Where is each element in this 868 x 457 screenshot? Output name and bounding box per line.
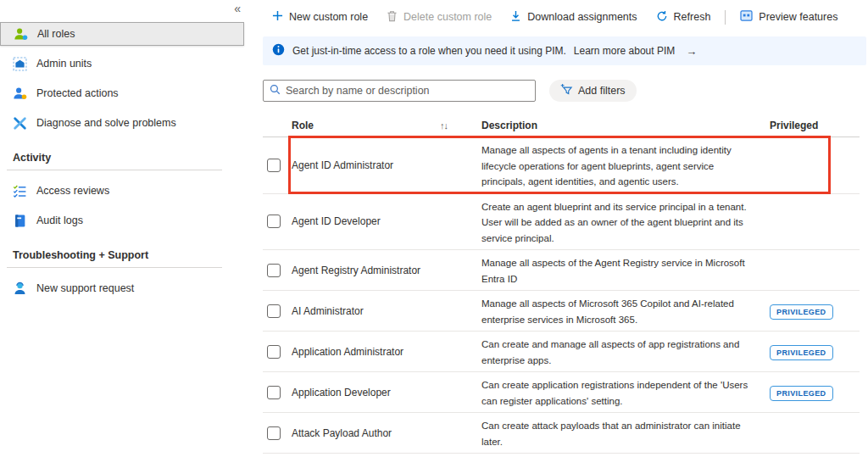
sidebar-item-label: Protected actions xyxy=(36,87,119,99)
column-header-role[interactable]: Role ↑↓ xyxy=(292,120,453,131)
download-icon xyxy=(510,10,521,25)
new-custom-role-label: New custom role xyxy=(289,11,368,23)
column-header-description: Description xyxy=(481,120,753,131)
column-header-privileged: Privileged xyxy=(770,120,860,131)
divider xyxy=(7,170,222,170)
row-checkbox[interactable] xyxy=(267,386,281,399)
row-checkbox[interactable] xyxy=(267,264,281,277)
role-name[interactable]: Attack Payload Author xyxy=(292,427,392,439)
delete-custom-role-button[interactable]: Delete custom role xyxy=(377,10,501,25)
refresh-icon xyxy=(656,10,668,25)
sidebar-item-diagnose[interactable]: Diagnose and solve problems xyxy=(0,111,248,135)
diagnose-icon xyxy=(13,116,27,131)
row-checkbox[interactable] xyxy=(267,215,281,228)
sidebar-item-label: Access reviews xyxy=(36,185,109,197)
privileged-badge: PRIVILEGED xyxy=(770,386,833,401)
roles-icon xyxy=(14,27,28,42)
role-description: Create an agent blueprint and its servic… xyxy=(481,202,747,243)
delete-custom-role-label: Delete custom role xyxy=(403,11,492,23)
preview-features-button[interactable]: Preview features xyxy=(731,10,847,24)
admin-units-icon xyxy=(13,57,27,71)
role-description: Can create and manage all aspects of app… xyxy=(481,339,739,365)
row-checkbox[interactable] xyxy=(267,304,281,318)
role-name[interactable]: Agent Registry Administrator xyxy=(292,265,420,276)
role-name[interactable]: Agent ID Developer xyxy=(292,215,381,227)
sidebar: « All roles Admin units Protected action… xyxy=(0,0,248,457)
sidebar-item-label: Audit logs xyxy=(36,215,83,226)
sidebar-collapse-icon[interactable]: « xyxy=(234,2,241,15)
role-column-label: Role xyxy=(292,120,314,131)
table-row: AI Administrator Manage all aspects of M… xyxy=(263,291,860,332)
privileged-badge: PRIVILEGED xyxy=(770,345,833,360)
pim-info-banner: Get just-in-time access to a role when y… xyxy=(263,36,866,65)
privileged-badge: PRIVILEGED xyxy=(770,304,833,320)
toolbar-separator xyxy=(725,10,726,25)
sidebar-nav: All roles Admin units Protected actions … xyxy=(0,22,248,300)
role-description: Manage all aspects of Microsoft 365 Copi… xyxy=(481,298,734,325)
sidebar-section-activity: Activity xyxy=(0,152,248,164)
table-row: Attack Payload Author Can create attack … xyxy=(263,413,860,454)
divider xyxy=(7,267,222,268)
sort-icon[interactable]: ↑↓ xyxy=(440,120,448,131)
roles-and-administrators-page: « All roles Admin units Protected action… xyxy=(0,0,868,457)
sidebar-item-label: All roles xyxy=(37,28,75,40)
role-description: Can create attack payloads that an admin… xyxy=(481,421,741,447)
table-row: Agent ID Developer Create an agent bluep… xyxy=(263,194,860,251)
sidebar-item-all-roles[interactable]: All roles xyxy=(0,22,244,46)
role-name[interactable]: Application Administrator xyxy=(292,346,403,358)
refresh-button[interactable]: Refresh xyxy=(647,10,721,25)
info-icon xyxy=(272,43,285,59)
trash-icon xyxy=(387,10,398,25)
table-row: Application Administrator Can create and… xyxy=(263,332,860,372)
sidebar-item-new-support-request[interactable]: New support request xyxy=(0,276,248,300)
role-name[interactable]: Application Developer xyxy=(292,387,391,398)
roles-table: Role ↑↓ Description Privileged Agent ID … xyxy=(263,114,860,454)
main-content: New custom role Delete custom role Downl… xyxy=(263,0,868,454)
sidebar-item-protected-actions[interactable]: Protected actions xyxy=(0,81,248,105)
search-input[interactable] xyxy=(286,85,529,97)
table-row: Agent ID Administrator Manage all aspect… xyxy=(263,137,860,194)
add-filters-button[interactable]: Add filters xyxy=(549,80,637,102)
table-body: Agent ID Administrator Manage all aspect… xyxy=(263,137,860,454)
sidebar-item-admin-units[interactable]: Admin units xyxy=(0,52,248,75)
role-description: Manage all aspects of agents in a tenant… xyxy=(481,145,732,187)
add-filter-icon xyxy=(560,83,573,98)
arrow-right-icon[interactable]: → xyxy=(686,45,697,58)
sidebar-item-label: Admin units xyxy=(36,58,92,70)
sidebar-item-label: Diagnose and solve problems xyxy=(36,117,176,129)
row-checkbox[interactable] xyxy=(267,159,281,172)
table-row: Application Developer Can create applica… xyxy=(263,372,860,413)
protected-actions-icon xyxy=(13,86,27,101)
sidebar-item-label: New support request xyxy=(36,282,134,294)
sidebar-item-access-reviews[interactable]: Access reviews xyxy=(0,179,248,203)
table-header: Role ↑↓ Description Privileged xyxy=(263,114,860,137)
banner-message: Get just-in-time access to a role when y… xyxy=(292,45,566,57)
banner-link[interactable]: Learn more about PIM xyxy=(574,45,675,57)
search-icon xyxy=(270,83,281,98)
plus-icon xyxy=(272,10,283,24)
sidebar-section-troubleshooting: Troubleshooting + Support xyxy=(0,249,248,261)
role-description: Manage all aspects of the Agent Registry… xyxy=(481,258,745,284)
table-row: Agent Registry Administrator Manage all … xyxy=(263,250,860,291)
row-checkbox[interactable] xyxy=(267,426,281,440)
sidebar-item-audit-logs[interactable]: Audit logs xyxy=(0,209,248,232)
role-name[interactable]: AI Administrator xyxy=(292,305,364,317)
support-request-icon xyxy=(13,281,27,296)
role-name[interactable]: Agent ID Administrator xyxy=(292,159,393,171)
command-bar: New custom role Delete custom role Downl… xyxy=(263,4,868,30)
download-assignments-button[interactable]: Download assignments xyxy=(501,10,646,25)
refresh-label: Refresh xyxy=(674,11,711,23)
new-custom-role-button[interactable]: New custom role xyxy=(263,10,377,24)
add-filters-label: Add filters xyxy=(578,85,626,97)
row-checkbox[interactable] xyxy=(267,345,281,359)
preview-features-icon xyxy=(740,10,753,24)
access-reviews-icon xyxy=(13,184,27,198)
role-description: Can create application registrations ind… xyxy=(481,380,748,406)
audit-logs-icon xyxy=(13,214,27,228)
search-box xyxy=(263,80,536,102)
download-assignments-label: Download assignments xyxy=(527,11,637,23)
filter-row: Add filters xyxy=(263,80,868,102)
preview-features-label: Preview features xyxy=(759,11,837,23)
